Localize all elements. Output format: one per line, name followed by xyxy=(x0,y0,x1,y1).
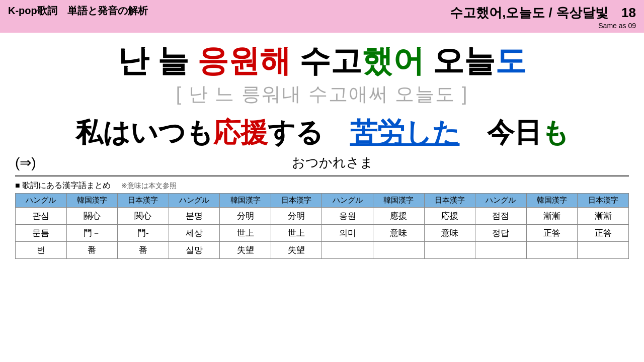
table-cell: 関心 xyxy=(118,208,169,225)
divider xyxy=(15,175,629,176)
arrow-text: (⇒) xyxy=(15,154,36,171)
th-5: 韓国漢字 xyxy=(220,194,271,208)
korean-part-1: 난 늘 xyxy=(118,43,197,78)
vocab-note: ※意味は本文参照 xyxy=(121,182,177,190)
table-cell: 分明 xyxy=(220,208,271,225)
table-cell: 門- xyxy=(118,225,169,242)
table-cell: 番 xyxy=(118,242,169,259)
table-cell: 番 xyxy=(66,242,118,259)
main-content: 난 늘 응원해 수고했어 오늘도 [ 난 느 릉워내 수고애써 오늘도 ] 私は… xyxy=(0,33,644,264)
korean-part-2: 응원해 xyxy=(197,43,291,78)
ja-part-6: 今日 xyxy=(460,117,541,147)
th-3: 日本漢字 xyxy=(118,194,169,208)
korean-part-3: 수고 xyxy=(291,43,362,78)
header-title: 수고했어,오늘도 / 옥상달빛 18 xyxy=(450,4,636,22)
table-cell: 실망 xyxy=(169,242,220,259)
table-cell: 世上 xyxy=(220,225,271,242)
ja-part-1: 私は xyxy=(75,117,130,147)
arrow-line: (⇒) おつかれさま xyxy=(15,154,629,171)
phonetic-line: [ 난 느 릉워내 수고애써 오늘도 ] xyxy=(15,81,629,107)
table-header-row: ハングル 韓国漢字 日本漢字 ハングル 韓国漢字 日本漢字 ハングル 韓国漢字 … xyxy=(16,194,629,208)
th-1: ハングル xyxy=(16,194,67,208)
th-9: 日本漢字 xyxy=(424,194,475,208)
table-cell: 분명 xyxy=(169,208,220,225)
ja-part-5: 苦労した xyxy=(350,117,460,147)
japanese-line: 私はいつも応援する 苦労した 今日も xyxy=(15,116,629,149)
table-cell: 意味 xyxy=(424,225,475,242)
korean-part-5: 오늘 xyxy=(424,43,495,78)
header: K-pop歌詞 単語と発音の解析 수고했어,오늘도 / 옥상달빛 18 Same… xyxy=(0,0,644,33)
th-10: ハングル xyxy=(475,194,527,208)
th-4: ハングル xyxy=(169,194,220,208)
th-2: 韓国漢字 xyxy=(66,194,118,208)
table-cell xyxy=(526,242,578,259)
table-cell: 漸漸 xyxy=(578,208,629,225)
th-11: 韓国漢字 xyxy=(526,194,578,208)
table-cell xyxy=(578,242,629,259)
table-cell: 應援 xyxy=(373,208,425,225)
table-cell: 의미 xyxy=(322,225,373,242)
table-cell: 失望 xyxy=(271,242,322,259)
table-cell xyxy=(322,242,373,259)
table-cell: 關心 xyxy=(66,208,118,225)
th-7: ハングル xyxy=(322,194,373,208)
table-cell: 관심 xyxy=(16,208,67,225)
table-cell xyxy=(475,242,527,259)
table-cell: 意味 xyxy=(373,225,425,242)
table-cell: 世上 xyxy=(271,225,322,242)
table-cell: 점점 xyxy=(475,208,527,225)
ja-part-4: する xyxy=(268,117,350,147)
table-cell: 정답 xyxy=(475,225,527,242)
korean-line: 난 늘 응원해 수고했어 오늘도 xyxy=(15,43,629,78)
vocab-header: ■ 歌詞にある漢字語まとめ ※意味は本文参照 xyxy=(15,180,629,191)
table-cell: 正答 xyxy=(526,225,578,242)
table-cell: 門－ xyxy=(66,225,118,242)
table-cell xyxy=(424,242,475,259)
table-row: 관심關心関心분명分明分明응원應援応援점점漸漸漸漸 xyxy=(16,208,629,225)
table-cell: 번 xyxy=(16,242,67,259)
ja-part-3: 応援 xyxy=(213,117,268,147)
header-left-label: K-pop歌詞 単語と発音の解析 xyxy=(8,4,148,18)
th-8: 韓国漢字 xyxy=(373,194,425,208)
table-cell: 失望 xyxy=(220,242,271,259)
th-6: 日本漢字 xyxy=(271,194,322,208)
vocab-header-text: ■ 歌詞にある漢字語まとめ xyxy=(15,181,111,190)
vocab-tbody: 관심關心関心분명分明分明응원應援応援점점漸漸漸漸문틈門－門-세상世上世上의미意味… xyxy=(16,208,629,259)
ja-part-2: いつも xyxy=(130,117,213,147)
header-sub: Same as 09 xyxy=(450,22,636,30)
table-cell xyxy=(373,242,425,259)
table-cell: 문틈 xyxy=(16,225,67,242)
header-right: 수고했어,오늘도 / 옥상달빛 18 Same as 09 xyxy=(450,4,636,30)
table-cell: 分明 xyxy=(271,208,322,225)
vocab-table: ハングル 韓国漢字 日本漢字 ハングル 韓国漢字 日本漢字 ハングル 韓国漢字 … xyxy=(15,193,629,259)
th-12: 日本漢字 xyxy=(578,194,629,208)
table-row: 문틈門－門-세상世上世上의미意味意味정답正答正答 xyxy=(16,225,629,242)
korean-part-6: 도 xyxy=(495,43,526,78)
table-row: 번番番실망失望失望 xyxy=(16,242,629,259)
otsukare-text: おつかれさま xyxy=(36,154,629,171)
ja-part-7: も xyxy=(541,117,569,147)
table-cell: 漸漸 xyxy=(526,208,578,225)
table-cell: 응원 xyxy=(322,208,373,225)
table-cell: 正答 xyxy=(578,225,629,242)
table-cell: 세상 xyxy=(169,225,220,242)
table-cell: 応援 xyxy=(424,208,475,225)
korean-part-4: 했어 xyxy=(362,43,424,78)
